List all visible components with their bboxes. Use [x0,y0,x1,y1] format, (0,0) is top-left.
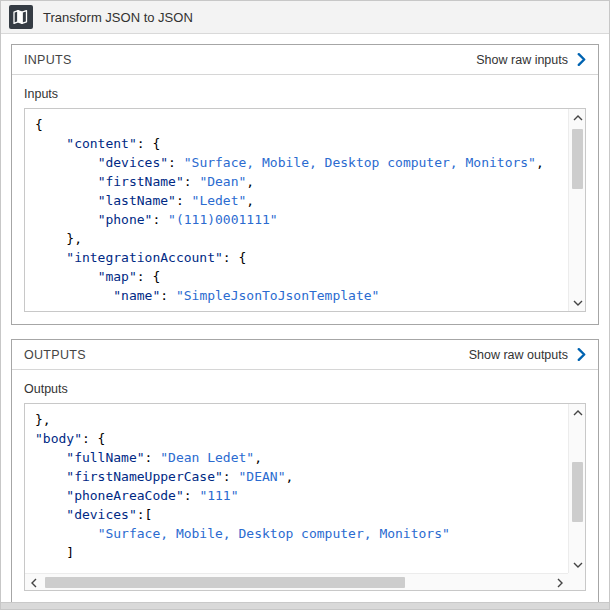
scroll-right-arrow-icon[interactable] [551,574,568,591]
scroll-up-arrow-icon[interactable] [569,109,586,126]
action-title-bar: Transform JSON to JSON [1,1,609,34]
outputs-panel: OUTPUTS Show raw outputs Outputs },"body… [11,339,599,602]
show-raw-outputs-link[interactable]: Show raw outputs [469,348,586,362]
outputs-code-viewer: },"body": { "fullName": "Dean Ledet", "f… [24,403,586,591]
outputs-panel-header: OUTPUTS Show raw outputs [12,340,598,370]
scrollbar-corner [568,573,585,590]
scroll-up-arrow-icon[interactable] [569,404,586,421]
map-transform-icon [9,5,33,29]
scrollbar-thumb[interactable] [45,577,405,588]
inputs-panel-body: Inputs { "content": { "devices": "Surfac… [12,75,598,324]
inputs-panel-header: INPUTS Show raw inputs [12,45,598,75]
outputs-panel-title: OUTPUTS [24,348,86,362]
transform-action-details: Transform JSON to JSON INPUTS Show raw i… [0,0,610,610]
outputs-horizontal-scrollbar[interactable] [25,573,568,590]
chevron-right-icon [577,53,586,66]
inputs-vertical-scrollbar[interactable] [568,109,585,311]
bottom-scroll-band [1,602,609,609]
inputs-json-code: { "content": { "devices": "Surface, Mobi… [25,109,585,311]
show-raw-inputs-link[interactable]: Show raw inputs [476,53,586,67]
scroll-left-arrow-icon[interactable] [25,574,42,591]
outputs-panel-body: Outputs },"body": { "fullName": "Dean Le… [12,370,598,602]
inputs-field-label: Inputs [24,87,586,101]
show-raw-inputs-label: Show raw inputs [476,53,568,67]
inputs-code-viewer: { "content": { "devices": "Surface, Mobi… [24,108,586,312]
action-title: Transform JSON to JSON [43,10,193,25]
action-body: INPUTS Show raw inputs Inputs { "content… [1,34,609,602]
outputs-vertical-scrollbar[interactable] [568,404,585,573]
scroll-down-arrow-icon[interactable] [569,294,586,311]
show-raw-outputs-label: Show raw outputs [469,348,568,362]
outputs-field-label: Outputs [24,382,586,396]
scrollbar-thumb[interactable] [572,462,583,522]
outputs-json-code: },"body": { "fullName": "Dean Ledet", "f… [25,404,585,568]
inputs-panel-title: INPUTS [24,53,72,67]
scroll-down-arrow-icon[interactable] [569,556,586,573]
inputs-panel: INPUTS Show raw inputs Inputs { "content… [11,44,599,325]
scrollbar-thumb[interactable] [572,129,583,189]
chevron-right-icon [577,348,586,361]
